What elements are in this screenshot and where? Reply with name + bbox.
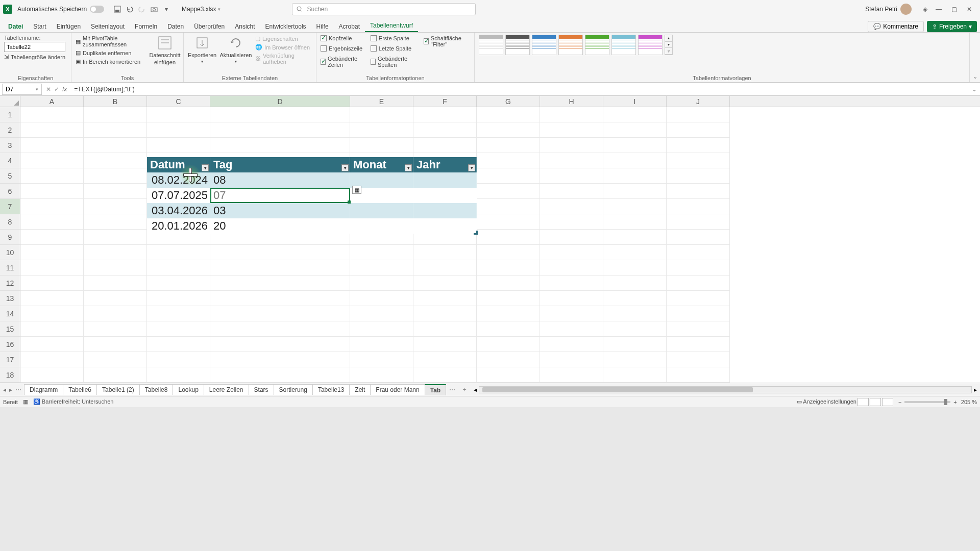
zoom-out-icon[interactable]: − xyxy=(898,399,901,405)
horizontal-scrollbar[interactable] xyxy=(479,386,972,393)
col-header-h[interactable]: H xyxy=(540,96,603,107)
cell[interactable] xyxy=(540,230,603,245)
table-resize-handle[interactable] xyxy=(474,231,478,235)
cell[interactable] xyxy=(20,321,84,337)
row-header[interactable]: 13 xyxy=(0,291,20,306)
cell[interactable] xyxy=(147,276,210,291)
th-datum[interactable]: Datum▾ xyxy=(147,157,210,172)
zoom-level[interactable]: 205 % xyxy=(961,399,977,405)
tab-help[interactable]: Hilfe xyxy=(311,20,334,32)
cell[interactable] xyxy=(84,230,147,245)
sheet-tab[interactable]: Tabelle8 xyxy=(139,384,174,395)
cell[interactable] xyxy=(350,107,413,122)
cell[interactable] xyxy=(20,367,84,383)
sheet-menu-icon[interactable]: ⋯ xyxy=(15,386,21,393)
cell[interactable] xyxy=(147,352,210,367)
hscroll-right-icon[interactable]: ▸ xyxy=(974,386,977,393)
cell[interactable] xyxy=(477,184,540,199)
cell[interactable] xyxy=(667,276,730,291)
cell[interactable] xyxy=(540,321,603,337)
cell[interactable] xyxy=(477,199,540,214)
cell[interactable] xyxy=(603,122,667,138)
row-header[interactable]: 16 xyxy=(0,337,20,352)
cell[interactable] xyxy=(413,367,477,383)
row-header[interactable]: 7 xyxy=(0,199,20,214)
row-header[interactable]: 3 xyxy=(0,138,20,153)
cell[interactable] xyxy=(667,184,730,199)
cell[interactable] xyxy=(540,260,603,276)
cell[interactable] xyxy=(20,306,84,321)
cell[interactable] xyxy=(350,122,413,138)
minimize-button[interactable]: — xyxy=(931,2,946,16)
cell-d6[interactable]: 08 xyxy=(210,172,350,188)
cell[interactable] xyxy=(20,214,84,230)
zoom-slider[interactable] xyxy=(904,401,950,403)
sheet-tab[interactable]: Tabelle1 (2) xyxy=(96,384,140,395)
cell[interactable] xyxy=(210,245,350,260)
cell[interactable] xyxy=(667,122,730,138)
cell[interactable] xyxy=(210,107,350,122)
cell[interactable] xyxy=(603,352,667,367)
cell[interactable] xyxy=(667,214,730,230)
cell[interactable] xyxy=(210,306,350,321)
close-button[interactable]: ✕ xyxy=(962,2,977,16)
cell-c8[interactable]: 03.04.2026 xyxy=(147,203,210,218)
share-button[interactable]: ⇪ Freigeben ▾ xyxy=(927,21,977,32)
cell[interactable] xyxy=(147,122,210,138)
cell[interactable] xyxy=(350,352,413,367)
cell[interactable] xyxy=(667,245,730,260)
cell[interactable] xyxy=(477,367,540,383)
cell[interactable] xyxy=(413,306,477,321)
view-pagelayout-icon[interactable] xyxy=(870,398,881,406)
cell[interactable] xyxy=(603,153,667,168)
cell[interactable] xyxy=(84,306,147,321)
style-scroll[interactable]: ▴▾▿ xyxy=(665,35,673,55)
display-settings[interactable]: ▭ Anzeigeeinstellungen xyxy=(797,398,856,405)
cell[interactable] xyxy=(477,352,540,367)
comments-button[interactable]: 💬 Kommentare xyxy=(868,21,924,32)
cell[interactable] xyxy=(84,184,147,199)
tablename-input[interactable] xyxy=(4,42,65,52)
cell[interactable] xyxy=(210,337,350,352)
pivot-button[interactable]: ▦ Mit PivotTable zusammenfassen xyxy=(76,35,145,48)
cell[interactable] xyxy=(540,352,603,367)
cell[interactable] xyxy=(210,260,350,276)
cell[interactable] xyxy=(20,107,84,122)
cell[interactable] xyxy=(147,367,210,383)
cell[interactable] xyxy=(20,122,84,138)
cell[interactable] xyxy=(603,230,667,245)
cell[interactable] xyxy=(350,245,413,260)
convert-range-button[interactable]: ▣ In Bereich konvertieren xyxy=(76,58,145,65)
cell[interactable] xyxy=(413,107,477,122)
sheet-tab[interactable]: Frau oder Mann xyxy=(370,384,425,395)
cell-e8[interactable] xyxy=(350,203,413,218)
cell[interactable] xyxy=(540,306,603,321)
col-header-b[interactable]: B xyxy=(84,96,147,107)
cell[interactable] xyxy=(540,276,603,291)
cell[interactable] xyxy=(20,138,84,153)
camera-icon[interactable] xyxy=(149,4,159,14)
cell[interactable] xyxy=(603,306,667,321)
autofill-options-icon[interactable]: ▦ xyxy=(352,186,361,194)
cell[interactable] xyxy=(210,352,350,367)
sheet-tab[interactable]: Tabelle13 xyxy=(312,384,350,395)
cell[interactable] xyxy=(20,184,84,199)
cell-c6[interactable]: 08.02.2024 xyxy=(147,172,210,188)
row-header[interactable]: 11 xyxy=(0,260,20,276)
cell[interactable] xyxy=(413,122,477,138)
cell[interactable] xyxy=(477,306,540,321)
view-normal-icon[interactable] xyxy=(857,398,869,406)
cell[interactable] xyxy=(603,214,667,230)
opt-last-col[interactable]: Letzte Spalte xyxy=(371,45,419,52)
cell[interactable] xyxy=(477,245,540,260)
cell[interactable] xyxy=(84,352,147,367)
fx-icon[interactable]: fx xyxy=(62,86,67,93)
cell[interactable] xyxy=(603,337,667,352)
cell[interactable] xyxy=(603,168,667,184)
opt-header[interactable]: Kopfzeile xyxy=(321,35,365,42)
cell[interactable] xyxy=(84,168,147,184)
cell[interactable] xyxy=(84,367,147,383)
cell[interactable] xyxy=(210,321,350,337)
tab-review[interactable]: Überprüfen xyxy=(189,20,230,32)
sheet-tab[interactable]: Zeit xyxy=(349,384,371,395)
